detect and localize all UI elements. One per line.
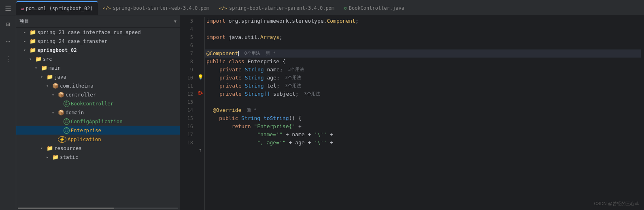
tab-label-web-pom: spring-boot-starter-web-3.4.0.pom bbox=[113, 5, 209, 11]
tree-label-com-itheima: com.itheima bbox=[60, 83, 94, 89]
line-num-17: 17 bbox=[180, 131, 193, 139]
line-num-7: 7 bbox=[180, 49, 193, 58]
line-num-18: 18 bbox=[180, 139, 193, 147]
tree-arrow-springboot02: ▾ bbox=[23, 48, 28, 52]
tree-arrow-spring24: ▸ bbox=[23, 39, 28, 43]
code-line-5: import java.util.Arrays; bbox=[205, 33, 641, 41]
tree-item-controller[interactable]: ▾📦controller bbox=[16, 90, 180, 99]
code-line-6 bbox=[205, 41, 641, 49]
tree-label-spring21: spring_21_case_interface_run_speed bbox=[37, 29, 141, 35]
line-num-9: 9 bbox=[180, 66, 193, 74]
project-icon[interactable]: ⊞ bbox=[4, 19, 12, 30]
tree-label-controller: controller bbox=[66, 92, 96, 98]
tree-label-domain: domain bbox=[66, 109, 84, 116]
tab-controller[interactable]: ©BookController.java bbox=[339, 1, 409, 15]
more-icon[interactable]: ⋮ bbox=[3, 54, 13, 64]
tab-pom[interactable]: mpom.xml (springboot_02) bbox=[16, 1, 98, 15]
line-num-10: 10 bbox=[180, 74, 193, 82]
code-lines: import org.springframework.stereotype.Co… bbox=[205, 17, 644, 210]
tree-arrow-com-itheima: ▾ bbox=[46, 84, 51, 88]
tree-icon-spring21: 📁 bbox=[30, 29, 36, 35]
code-line-10: private String age; 3个用法 bbox=[205, 74, 641, 82]
copyright-icon: © bbox=[344, 6, 347, 11]
tree-item-com-itheima[interactable]: ▾📦com.itheima bbox=[16, 81, 180, 90]
tree-item-BookController[interactable]: ©BookController bbox=[16, 99, 180, 108]
tree-icon-Enterprise: © bbox=[64, 127, 70, 133]
bulb-icon: 💡 bbox=[198, 73, 204, 81]
tree-arrow-controller: ▾ bbox=[52, 92, 57, 97]
code-line-16: return "Enterprise{" + bbox=[205, 122, 641, 131]
tree-item-static[interactable]: ▸📁static bbox=[16, 152, 180, 161]
tab-parent-pom[interactable]: </>spring-boot-starter-parent-3.4.0.pom bbox=[214, 1, 339, 15]
line-num-4: 4 bbox=[180, 25, 193, 33]
code-line-8: public class Enterprise { bbox=[205, 58, 641, 66]
tree-item-main[interactable]: ▾📁main bbox=[16, 63, 180, 72]
tab-web-pom[interactable]: </>spring-boot-starter-web-3.4.0.pom bbox=[98, 1, 214, 15]
tree-arrow-resources: ▾ bbox=[40, 146, 45, 150]
tree-label-Application: Application bbox=[68, 136, 101, 142]
code-line-15: public String toString() { bbox=[205, 114, 641, 122]
tree-item-spring21[interactable]: ▸📁spring_21_case_interface_run_speed bbox=[16, 28, 180, 36]
tree-item-spring24[interactable]: ▸📁spring_24_case_transfer bbox=[16, 36, 180, 45]
scrollbar-track bbox=[18, 208, 178, 209]
code-line-18: ", age='" + age + '\'' + bbox=[205, 139, 641, 147]
line-num-5: 5 bbox=[180, 33, 193, 41]
left-icon-panel: ⊞ ⋯ ⋮ bbox=[0, 15, 16, 210]
tree-item-springboot02[interactable]: ▾📁springboot_02 bbox=[16, 45, 180, 54]
maven-icon: m bbox=[21, 6, 24, 11]
tree-label-main: main bbox=[49, 65, 61, 71]
bean-icon: 🫘 bbox=[198, 89, 203, 97]
code-line-12: private String[] subject; 3个用法 bbox=[205, 90, 641, 98]
line-num-15: 15 bbox=[180, 114, 193, 122]
project-tree[interactable]: ▸📁spring_21_case_interface_run_speed▸📁sp… bbox=[16, 28, 180, 207]
gutter-column: 💡🫘↑ bbox=[196, 17, 204, 210]
tab-label-controller: BookController.java bbox=[349, 5, 404, 11]
line-num-8: 8 bbox=[180, 58, 193, 66]
code-line-13 bbox=[205, 98, 641, 106]
gutter-15: ↑ bbox=[199, 146, 202, 154]
tree-label-BookController: BookController bbox=[71, 101, 113, 107]
main-area: ⊞ ⋯ ⋮ 项目 ▼ ▸📁spring_21_case_interface_ru… bbox=[0, 15, 644, 210]
tab-label-parent-pom: spring-boot-starter-parent-3.4.0.pom bbox=[229, 5, 334, 11]
tree-icon-src: 📁 bbox=[35, 56, 42, 62]
dots-icon[interactable]: ⋯ bbox=[4, 36, 12, 47]
tree-item-Enterprise[interactable]: ©Enterprise bbox=[16, 126, 180, 135]
tree-icon-resources: 📁 bbox=[47, 145, 53, 151]
tree-item-java[interactable]: ▾📁java bbox=[16, 72, 180, 81]
watermark: CSDN @曾经的三心草 bbox=[594, 201, 639, 207]
line-num-6: 6 bbox=[180, 41, 193, 49]
tree-label-src: src bbox=[43, 56, 52, 62]
xml-icon: </> bbox=[103, 6, 111, 11]
tree-item-domain[interactable]: ▾📦domain bbox=[16, 108, 180, 117]
tree-icon-com-itheima: 📦 bbox=[52, 83, 59, 89]
line-num-12: 12 bbox=[180, 90, 193, 98]
line-numbers: 3456789101112131415161718 bbox=[180, 17, 196, 210]
code-line-9: private String name; 3个用法 bbox=[205, 66, 641, 74]
tree-item-ConfigApplication[interactable]: ©ConfigApplication bbox=[16, 117, 180, 126]
editor-panel: 3456789101112131415161718 💡🫘↑ import org… bbox=[180, 15, 644, 210]
tree-label-java: java bbox=[54, 74, 66, 80]
tree-item-resources[interactable]: ▾📁resources bbox=[16, 144, 180, 152]
tree-item-Application[interactable]: ⚡Application bbox=[16, 135, 180, 144]
line-num-14: 14 bbox=[180, 106, 193, 114]
tree-label-Enterprise: Enterprise bbox=[71, 127, 101, 133]
tab-bar: ☰ mpom.xml (springboot_02)</>spring-boot… bbox=[0, 0, 644, 15]
code-line-14: @Override 新 * bbox=[205, 106, 641, 114]
code-line-3: import org.springframework.stereotype.Co… bbox=[205, 17, 641, 25]
tree-icon-Application: ⚡ bbox=[58, 136, 66, 142]
sidebar-title: 项目 bbox=[19, 18, 172, 25]
line-num-16: 16 bbox=[180, 122, 193, 131]
tree-icon-springboot02: 📁 bbox=[30, 47, 36, 53]
tree-icon-java: 📁 bbox=[47, 74, 53, 80]
tree-icon-domain: 📦 bbox=[58, 109, 64, 116]
tree-item-src[interactable]: ▾📁src bbox=[16, 54, 180, 63]
sidebar: 项目 ▼ ▸📁spring_21_case_interface_run_spee… bbox=[16, 15, 180, 210]
code-area[interactable]: 3456789101112131415161718 💡🫘↑ import org… bbox=[180, 15, 644, 210]
xml-icon: </> bbox=[219, 6, 227, 11]
scrollbar-thumb bbox=[18, 208, 114, 209]
sidebar-scrollbar[interactable] bbox=[16, 207, 180, 210]
tree-label-springboot02: springboot_02 bbox=[37, 47, 77, 53]
tree-arrow-java: ▾ bbox=[40, 75, 45, 79]
tree-label-static: static bbox=[60, 154, 78, 160]
tree-icon-ConfigApplication: © bbox=[64, 118, 70, 124]
